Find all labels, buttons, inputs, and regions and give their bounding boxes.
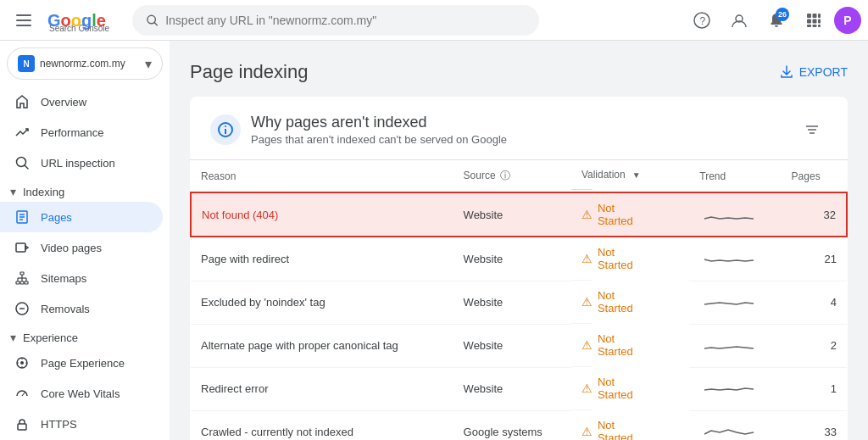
sidebar-label-removals: Removals — [41, 303, 90, 315]
cell-pages: 4 — [782, 281, 847, 324]
svg-line-6 — [154, 22, 157, 25]
svg-marker-26 — [25, 246, 28, 249]
cell-pages: 32 — [782, 192, 847, 237]
sidebar-item-performance[interactable]: Performance — [0, 117, 163, 148]
search-input[interactable] — [165, 14, 526, 27]
cell-reason: Redirect error — [191, 367, 453, 410]
cell-validation: ⚠Not Started — [571, 193, 593, 236]
help-icon: ? — [693, 12, 710, 29]
search-bar[interactable] — [132, 5, 539, 36]
page-experience-icon — [14, 354, 31, 371]
home-icon — [14, 93, 31, 110]
table-row[interactable]: Crawled - currently not indexed Google s… — [191, 410, 847, 440]
trend-chart — [699, 203, 759, 224]
validation-status: Not Started — [598, 202, 633, 227]
warning-icon: ⚠ — [581, 338, 593, 352]
property-selector[interactable]: N newnormz.com.my ▾ — [7, 47, 163, 80]
account-icon — [731, 12, 748, 29]
page-header: Page indexing EXPORT — [190, 61, 848, 83]
svg-rect-41 — [18, 424, 26, 430]
cell-reason: Page with redirect — [191, 237, 453, 281]
table-row[interactable]: Not found (404) Website ⚠Not Started 32 — [191, 192, 847, 237]
cell-validation: ⚠Not Started — [571, 367, 593, 410]
sidebar-item-https[interactable]: HTTPS — [0, 409, 163, 439]
sidebar-item-pages[interactable]: Pages — [0, 202, 163, 232]
svg-rect-15 — [818, 19, 821, 23]
topbar: Google Search Console ? 26 P — [0, 0, 868, 41]
sidebar-label-performance: Performance — [41, 126, 103, 139]
page-title: Page indexing — [190, 61, 308, 83]
cell-validation: ⚠Not Started — [571, 324, 593, 367]
notifications-icon-btn[interactable]: 26 — [760, 3, 793, 37]
nav-section-experience[interactable]: ▾ Experience — [0, 324, 170, 348]
sidebar-label-page-experience: Page Experience — [41, 357, 125, 370]
warning-icon: ⚠ — [581, 252, 593, 265]
account-icon-btn[interactable] — [722, 3, 756, 37]
sidebar-item-video-pages[interactable]: Video pages — [0, 232, 163, 263]
menu-icon[interactable] — [7, 3, 41, 37]
cell-trend — [689, 367, 781, 410]
svg-rect-13 — [807, 19, 811, 23]
cell-source: Google systems — [453, 410, 571, 440]
help-icon-btn[interactable]: ? — [685, 3, 719, 37]
sidebar-label-video-pages: Video pages — [41, 242, 102, 254]
cell-validation: ⚠Not Started — [571, 281, 593, 324]
table-row[interactable]: Alternate page with proper canonical tag… — [191, 324, 847, 367]
indexing-card: Why pages aren't indexed Pages that aren… — [190, 97, 848, 440]
source-info-icon[interactable]: ⓘ — [500, 170, 510, 181]
export-icon — [779, 64, 794, 80]
validation-status: Not Started — [598, 289, 633, 315]
sidebar-item-overview[interactable]: Overview — [0, 86, 163, 117]
trend-chart — [699, 421, 759, 440]
notifications-badge: 26 — [776, 8, 789, 21]
validation-status: Not Started — [598, 376, 633, 401]
property-icon: N — [18, 55, 35, 72]
cell-reason: Alternate page with proper canonical tag — [191, 324, 453, 367]
svg-rect-27 — [20, 272, 24, 275]
property-name: newnormz.com.my — [40, 58, 140, 70]
nav-section-indexing[interactable]: ▾ Indexing — [0, 178, 170, 202]
table-row[interactable]: Excluded by 'noindex' tag Website ⚠Not S… — [191, 281, 847, 324]
apps-icon-btn[interactable] — [797, 3, 831, 37]
cell-pages: 1 — [782, 367, 847, 410]
cell-reason: Excluded by 'noindex' tag — [191, 281, 453, 324]
svg-rect-30 — [25, 281, 28, 284]
sidebar-item-core-web-vitals[interactable]: Core Web Vitals — [0, 378, 163, 409]
cell-trend — [689, 410, 781, 440]
cell-trend — [689, 192, 781, 237]
export-button[interactable]: EXPORT — [779, 64, 848, 80]
svg-rect-25 — [16, 243, 25, 252]
property-chevron-icon: ▾ — [145, 56, 152, 72]
svg-text:Search Console: Search Console — [49, 24, 110, 33]
sidebar-item-url-inspection[interactable]: URL inspection — [0, 148, 163, 178]
sidebar-label-url-inspection: URL inspection — [41, 157, 115, 170]
cell-pages: 21 — [782, 237, 847, 281]
sidebar-item-page-experience[interactable]: Page Experience — [0, 348, 163, 378]
svg-rect-11 — [813, 14, 817, 18]
svg-rect-28 — [16, 281, 19, 284]
experience-section-label: Experience — [23, 331, 78, 344]
cell-source: Website — [453, 324, 571, 367]
table-row[interactable]: Redirect error Website ⚠Not Started 1 — [191, 367, 847, 410]
cell-validation: ⚠Not Started — [571, 237, 593, 281]
svg-rect-12 — [818, 14, 821, 18]
lock-icon — [14, 415, 31, 432]
warning-icon: ⚠ — [581, 425, 593, 438]
trend-chart — [699, 291, 759, 311]
validation-sort-icon[interactable]: ▼ — [632, 170, 641, 180]
col-header-source: Source ⓘ — [453, 160, 571, 192]
sidebar-item-sitemaps[interactable]: Sitemaps — [0, 263, 163, 293]
avatar[interactable]: P — [834, 7, 861, 34]
table-row[interactable]: Page with redirect Website ⚠Not Started … — [191, 237, 847, 281]
sidebar-item-removals[interactable]: Removals — [0, 293, 163, 324]
col-header-pages: Pages — [782, 160, 847, 192]
trend-chart — [699, 334, 759, 354]
topbar-actions: ? 26 P — [685, 3, 861, 37]
warning-icon: ⚠ — [581, 295, 593, 309]
card-title-group: Why pages aren't indexed Pages that aren… — [251, 114, 507, 146]
sitemap-icon — [14, 270, 31, 287]
svg-point-39 — [20, 361, 24, 365]
main-layout: N newnormz.com.my ▾ Overview Performance… — [0, 41, 868, 440]
filter-button[interactable] — [797, 114, 827, 145]
cell-pages: 33 — [782, 410, 847, 440]
